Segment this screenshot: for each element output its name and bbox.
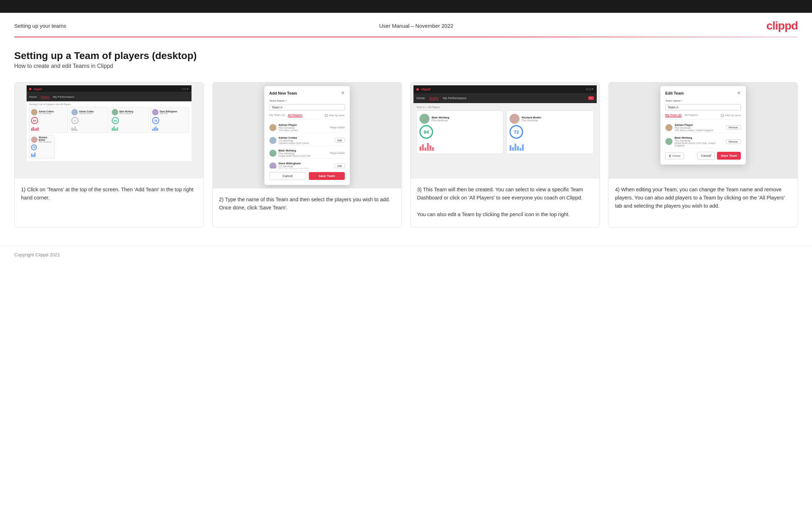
player-added-3: Player Added — [330, 152, 345, 154]
player-card-5: Richard Butler Plus Handicap 72 — [29, 135, 55, 159]
remove-player-1-button[interactable]: Remove — [726, 125, 741, 130]
page-content: Setting up a Team of players (desktop) H… — [0, 37, 812, 246]
save-team-button[interactable]: Save Team — [309, 172, 345, 180]
player-card-3: Blair McHarg Plus Handicap 94 — [110, 107, 149, 133]
mock-dashboard-1: clippd ◻ ◻ ✕ Home Teams My Performance V… — [27, 85, 191, 161]
edit-player-row-2: Blair McHarg Plus HandicapRoyal North De… — [665, 135, 741, 148]
all-players-tab[interactable]: All Players — [288, 113, 302, 117]
card-4-description: 4) When editing your Team, you can chang… — [609, 178, 798, 227]
player-info-1: Adrian Player Plus HandicapThe Stow Lond… — [279, 123, 328, 132]
top-bar — [0, 0, 812, 13]
player-card-4: Dave Billingham Golf Club 78 — [150, 107, 189, 133]
edit-player-info-1: Adrian Player Plus HandicapThe Stow Lond… — [675, 123, 724, 132]
mock-nav-3: Home Teams My Performance ✏ — [413, 93, 597, 103]
clippd-logo: clippd — [766, 19, 798, 32]
edit-player-name-1: Adrian Player — [675, 123, 724, 127]
edit-player-row-1: Adrian Player Plus HandicapThe Stow Lond… — [665, 122, 741, 133]
card-3-description: 3) This Team will then be created. You c… — [411, 178, 600, 227]
nav-teams: Teams — [41, 95, 49, 98]
add-new-team-modal: Add New Team ✕ Team Name * My Team (2) A… — [264, 86, 350, 185]
player-list: Adrian Player Plus HandicapThe Stow Lond… — [269, 122, 345, 169]
cancel-button[interactable]: Cancel — [269, 172, 306, 180]
edit-my-team-tab[interactable]: My Team (2) — [665, 113, 682, 117]
filter-label: Filter by name — [325, 113, 344, 117]
edit-player-list: Adrian Player Plus HandicapThe Stow Lond… — [665, 122, 741, 148]
team-player-1: Blair McHarg Plus Handicap 94 — [416, 111, 503, 154]
edit-cancel-button[interactable]: Cancel — [697, 152, 715, 160]
my-team-tab[interactable]: My Team (2) — [269, 113, 285, 117]
player-info-2: Adrian Coliba 1.5 HandicapCentral London… — [279, 136, 333, 144]
nav-performance-3: My Performance — [443, 96, 466, 100]
modal-footer: Cancel Save Team — [269, 172, 345, 180]
remove-player-2-button[interactable]: Remove — [726, 139, 741, 144]
team-player-cards: Blair McHarg Plus Handicap 94 — [416, 111, 594, 154]
player-avatar-3 — [269, 150, 276, 157]
score-94: 94 — [420, 125, 433, 139]
player-avatar-1 — [269, 124, 276, 131]
player-row-1: Adrian Player Plus HandicapThe Stow Lond… — [269, 122, 345, 133]
edit-all-players-tab[interactable]: All Players — [684, 113, 698, 117]
edit-player-avatar-2 — [665, 138, 673, 145]
edit-player-name-2: Blair McHarg — [675, 136, 724, 139]
player-info-4: Dave Billingham 1.5 HandicapThe Sing Mag… — [279, 162, 333, 169]
header: Setting up your teams User Manual – Nove… — [0, 13, 812, 37]
player-info-3: Blair McHarg Plus HandicapRoyal North De… — [279, 149, 328, 157]
nav-teams-3: Teams — [429, 96, 439, 100]
edit-team-name-label: Team Name * — [665, 99, 741, 102]
nav-home-3: Home — [416, 96, 425, 100]
edit-team-name-input[interactable] — [665, 104, 741, 111]
team-dash-content: Team A — All Players Blair McHarg Plus H… — [413, 103, 597, 157]
edit-filter-label: Filter by name — [721, 113, 740, 117]
card-2-description: 2) Type the name of this Team and then s… — [213, 188, 402, 227]
mock-nav: Home Teams My Performance — [27, 92, 191, 101]
header-date: User Manual – November 2022 — [379, 23, 453, 29]
trash-icon: 🗑 — [669, 154, 671, 158]
mock-topbar: clippd ◻ ◻ ✕ — [27, 85, 191, 92]
logo-dot-3 — [416, 88, 419, 91]
player-sub-3: Plus HandicapRoyal North Devon Golf Club — [279, 152, 328, 157]
player-avatar-2 — [269, 137, 276, 144]
edit-action-buttons: Cancel Save Team — [697, 152, 740, 160]
add-player-4-button[interactable]: Add — [334, 164, 344, 168]
player-name-1: Adrian Player — [279, 123, 328, 127]
page-title: Setting up a Team of players (desktop) — [14, 50, 798, 62]
modal-title: Add New Team — [269, 91, 297, 95]
player-row-3: Blair McHarg Plus HandicapRoyal North De… — [269, 148, 345, 159]
card-3-screenshot: clippd ◻ ◻ ✕ Home Teams My Performance ✏… — [411, 82, 600, 178]
player-avatar-4 — [269, 162, 276, 169]
edit-player-sub-2: Plus HandicapRoyal North Devon Golf Club… — [675, 139, 724, 147]
card-2-screenshot: Add New Team ✕ Team Name * My Team (2) A… — [213, 82, 402, 188]
team-player-2: Richard Butler Plus Handicap 72 — [506, 111, 594, 154]
card-1-description: 1) Click on 'Teams' at the top of the sc… — [15, 178, 204, 227]
edit-player-avatar-1 — [665, 124, 673, 131]
edit-team-modal: Edit Team ✕ Team Name * My Team (2) All … — [660, 86, 746, 165]
edit-modal-close-button[interactable]: ✕ — [737, 90, 741, 96]
player-added-1: Player Added — [330, 126, 345, 129]
card-2: Add New Team ✕ Team Name * My Team (2) A… — [212, 82, 402, 228]
edit-modal-header: Edit Team ✕ — [665, 90, 741, 96]
card-1-screenshot: clippd ◻ ◻ ✕ Home Teams My Performance V… — [15, 82, 204, 178]
player-grid: Adrian Collins Plus Handicap 84 — [29, 107, 189, 133]
page-subtitle: How to create and edit Teams in Clippd — [14, 63, 798, 69]
modal-close-button[interactable]: ✕ — [341, 90, 345, 96]
edit-modal-title: Edit Team — [665, 91, 684, 95]
player-sub-4: 1.5 HandicapThe Sing Maging Golf Club — [279, 165, 333, 169]
delete-team-button[interactable]: 🗑 Delete — [665, 153, 684, 159]
card-1: clippd ◻ ◻ ✕ Home Teams My Performance V… — [14, 82, 204, 228]
copyright-text: Copyright Clippd 2021 — [14, 252, 60, 257]
modal-header: Add New Team ✕ — [269, 90, 345, 96]
edit-player-sub-1: Plus HandicapThe Stow London, United Kin… — [675, 127, 724, 132]
add-player-2-button[interactable]: Add — [334, 138, 344, 143]
edit-modal-footer: 🗑 Delete Cancel Save Team — [665, 152, 741, 160]
chart-bars-1 — [420, 140, 434, 151]
player-sub-1: Plus HandicapThe Stow London — [279, 127, 328, 132]
team-name-input[interactable] — [269, 104, 345, 111]
player-row-2: Adrian Coliba 1.5 HandicapCentral London… — [269, 135, 345, 146]
player-name-2: Adrian Coliba — [279, 136, 333, 139]
mock-content: Viewing 6 out of 6 players from All Play… — [27, 101, 191, 161]
logo-dot — [29, 88, 31, 90]
page-footer: Copyright Clippd 2021 — [0, 246, 812, 263]
card-3: clippd ◻ ◻ ✕ Home Teams My Performance ✏… — [410, 82, 600, 228]
edit-save-team-button[interactable]: Save Team — [717, 152, 740, 160]
chart-bars-2 — [510, 140, 524, 151]
